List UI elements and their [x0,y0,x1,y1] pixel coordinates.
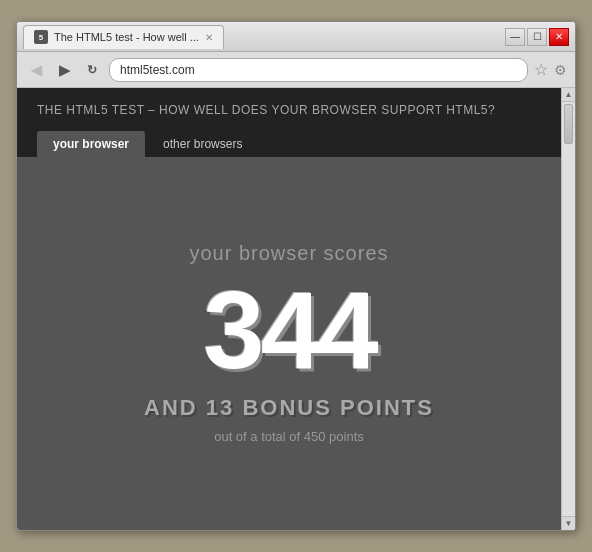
scroll-up-arrow[interactable]: ▲ [562,88,575,102]
url-input[interactable]: html5test.com [109,58,528,82]
bonus-label: AND 13 BONUS POINTS [144,395,434,421]
browser-window: 5 The HTML5 test - How well ... ✕ — ☐ ✕ … [16,21,576,531]
tab-your-browser[interactable]: your browser [37,131,145,157]
content-wrapper: THE HTML5 TEST – HOW WELL DOES YOUR BROW… [17,88,575,530]
minimize-button[interactable]: — [505,28,525,46]
settings-wrench-icon[interactable]: ⚙ [554,62,567,78]
title-bar-left: 5 The HTML5 test - How well ... ✕ [23,25,224,49]
scrollbar-track[interactable] [562,102,575,516]
site-title-bold: THE HTML5 TEST [37,103,144,117]
score-label: your browser scores [189,242,388,265]
forward-button[interactable]: ▶ [53,59,75,81]
back-button[interactable]: ◀ [25,59,47,81]
bookmark-star-icon[interactable]: ☆ [534,60,548,79]
tab-favicon: 5 [34,30,48,44]
browser-tab[interactable]: 5 The HTML5 test - How well ... ✕ [23,25,224,49]
total-label: out of a total of 450 points [214,429,364,444]
score-number: 344 [203,275,375,385]
scrollbar-thumb[interactable] [564,104,573,144]
refresh-button[interactable]: ↻ [81,59,103,81]
address-bar: ◀ ▶ ↻ html5test.com ☆ ⚙ [17,52,575,88]
scrollbar[interactable]: ▲ ▼ [561,88,575,530]
main-content: your browser scores 344 AND 13 BONUS POI… [17,157,561,530]
tab-title: The HTML5 test - How well ... [54,31,199,43]
browser-content: THE HTML5 TEST – HOW WELL DOES YOUR BROW… [17,88,561,530]
scroll-down-arrow[interactable]: ▼ [562,516,575,530]
tab-other-browsers[interactable]: other browsers [147,131,258,157]
title-bar: 5 The HTML5 test - How well ... ✕ — ☐ ✕ [17,22,575,52]
maximize-button[interactable]: ☐ [527,28,547,46]
tab-close-icon[interactable]: ✕ [205,32,213,43]
close-button[interactable]: ✕ [549,28,569,46]
site-tabs-row: your browser other browsers [37,131,541,157]
site-header: THE HTML5 TEST – HOW WELL DOES YOUR BROW… [17,88,561,157]
site-title-rest: – HOW WELL DOES YOUR BROWSER SUPPORT HTM… [144,103,495,117]
site-heading: THE HTML5 TEST – HOW WELL DOES YOUR BROW… [37,102,541,119]
window-controls: — ☐ ✕ [505,28,569,46]
